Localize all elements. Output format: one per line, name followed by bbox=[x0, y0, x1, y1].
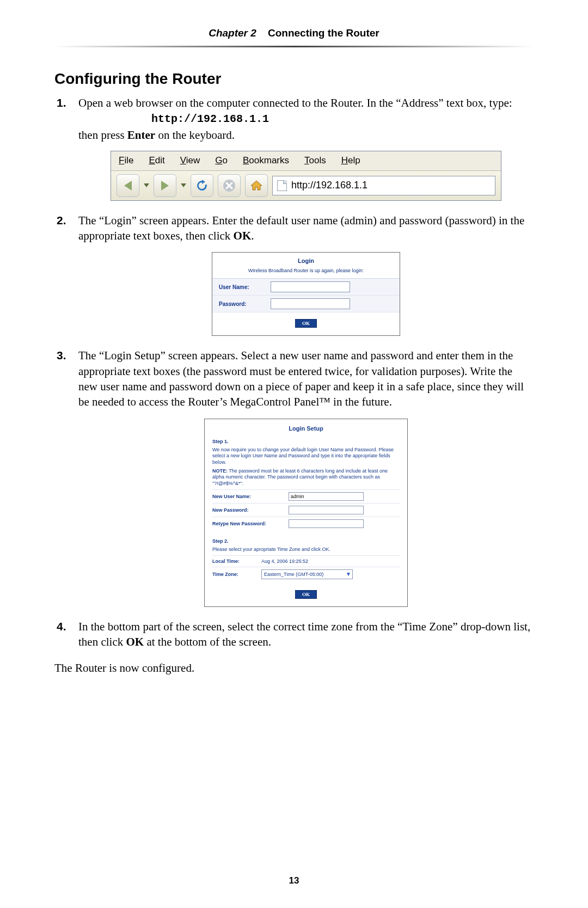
browser-toolbar: http://192.168.1.1 bbox=[111, 171, 501, 200]
closing-text: The Router is now configured. bbox=[54, 661, 534, 675]
setup-title: Login Setup bbox=[205, 419, 407, 436]
new-username-input[interactable] bbox=[289, 492, 364, 501]
setup-ok-button[interactable]: OK bbox=[295, 590, 317, 599]
page-number: 13 bbox=[0, 875, 588, 886]
login-username-input[interactable] bbox=[271, 281, 350, 292]
chevron-down-icon: ▼ bbox=[346, 570, 351, 578]
login-password-label: Password: bbox=[219, 300, 271, 308]
step-1: Open a web browser on the computer conne… bbox=[54, 95, 534, 201]
address-bar[interactable]: http://192.168.1.1 bbox=[272, 176, 495, 195]
login-title: Login bbox=[212, 253, 400, 266]
page-icon bbox=[277, 180, 287, 191]
login-ok-button[interactable]: OK bbox=[295, 319, 317, 328]
step-4: In the bottom part of the screen, select… bbox=[54, 619, 534, 650]
reload-button[interactable] bbox=[191, 174, 213, 197]
step-2-text-b: . bbox=[251, 229, 254, 242]
step-1-url: http://192.168.1.1 bbox=[151, 112, 534, 126]
step-3-text: The “Login Setup” screen appears. Select… bbox=[78, 349, 524, 408]
setup-step1-label: Step 1. bbox=[212, 438, 400, 445]
header-divider bbox=[54, 46, 534, 47]
step-1-bold: Enter bbox=[127, 128, 155, 142]
setup-para1: We now require you to change your defaul… bbox=[212, 447, 400, 466]
address-text: http://192.168.1.1 bbox=[291, 179, 367, 192]
menu-edit[interactable]: Edit bbox=[149, 155, 164, 167]
step-3: The “Login Setup” screen appears. Select… bbox=[54, 348, 534, 606]
login-message: Wireless Broadband Router is up again, p… bbox=[212, 266, 400, 279]
new-password-input[interactable] bbox=[289, 506, 364, 514]
step-4-bold: OK bbox=[126, 635, 144, 648]
menu-help[interactable]: Help bbox=[341, 155, 360, 167]
menu-file[interactable]: File bbox=[119, 155, 133, 167]
step-2: The “Login” screen appears. Enter the de… bbox=[54, 213, 534, 336]
step-2-bold: OK bbox=[234, 229, 252, 242]
chapter-header: Chapter 2 Connecting the Router bbox=[54, 27, 534, 39]
browser-menubar: File Edit View Go Bookmarks Tools Help bbox=[111, 151, 501, 171]
retype-password-input[interactable] bbox=[289, 519, 364, 528]
stop-button[interactable] bbox=[218, 174, 241, 197]
setup-note-label: NOTE: bbox=[212, 468, 228, 474]
setup-para2: Please select your apropriate Time Zone … bbox=[212, 547, 400, 553]
steps-list: Open a web browser on the computer conne… bbox=[54, 95, 534, 649]
reload-icon bbox=[194, 178, 210, 193]
step-1-text-b2: on the keyboard. bbox=[155, 128, 235, 142]
setup-note: NOTE: The password must be at least 6 ch… bbox=[212, 468, 400, 487]
figure-browser-bar: File Edit View Go Bookmarks Tools Help bbox=[111, 151, 501, 201]
menu-view[interactable]: View bbox=[180, 155, 200, 167]
menu-bookmarks[interactable]: Bookmarks bbox=[243, 155, 289, 167]
step-4-text-b: at the bottom of the screen. bbox=[144, 635, 271, 648]
home-button[interactable] bbox=[245, 174, 268, 197]
figure-login-setup: Login Setup Step 1. We now require you t… bbox=[204, 419, 408, 607]
setup-step2-label: Step 2. bbox=[212, 538, 400, 544]
section-title: Configuring the Router bbox=[54, 70, 534, 88]
login-username-label: User Name: bbox=[219, 284, 271, 291]
figure-login-box: Login Wireless Broadband Router is up ag… bbox=[212, 252, 400, 336]
retype-password-label: Retype New Password: bbox=[212, 520, 289, 527]
login-password-input[interactable] bbox=[271, 298, 350, 309]
timezone-value: Eastern_Time (GMT-05:00) bbox=[264, 571, 323, 578]
stop-icon bbox=[222, 178, 237, 193]
step-2-text-a: The “Login” screen appears. Enter the de… bbox=[78, 214, 524, 242]
timezone-select[interactable]: Eastern_Time (GMT-05:00) ▼ bbox=[261, 569, 353, 579]
new-username-label: New User Name: bbox=[212, 493, 289, 500]
chapter-title: Connecting the Router bbox=[268, 27, 379, 39]
local-time-label: Local Time: bbox=[212, 558, 261, 565]
forward-dropdown-icon[interactable] bbox=[181, 183, 186, 187]
setup-note-text: The password must be at least 6 characte… bbox=[212, 468, 388, 486]
step-1-text-b1: then press bbox=[78, 128, 127, 142]
back-button[interactable] bbox=[117, 174, 139, 197]
timezone-label: Time Zone: bbox=[212, 571, 261, 578]
chapter-label: Chapter 2 bbox=[209, 27, 256, 39]
menu-go[interactable]: Go bbox=[215, 155, 228, 167]
local-time-value: Aug 4, 2006 19:25:52 bbox=[261, 558, 308, 565]
arrow-left-icon bbox=[124, 181, 132, 191]
back-dropdown-icon[interactable] bbox=[144, 183, 149, 187]
forward-button[interactable] bbox=[154, 174, 176, 197]
menu-tools[interactable]: Tools bbox=[304, 155, 326, 167]
arrow-right-icon bbox=[161, 181, 169, 191]
home-icon bbox=[249, 178, 264, 193]
new-password-label: New Password: bbox=[212, 507, 289, 513]
step-1-text-a: Open a web browser on the computer conne… bbox=[78, 96, 512, 109]
